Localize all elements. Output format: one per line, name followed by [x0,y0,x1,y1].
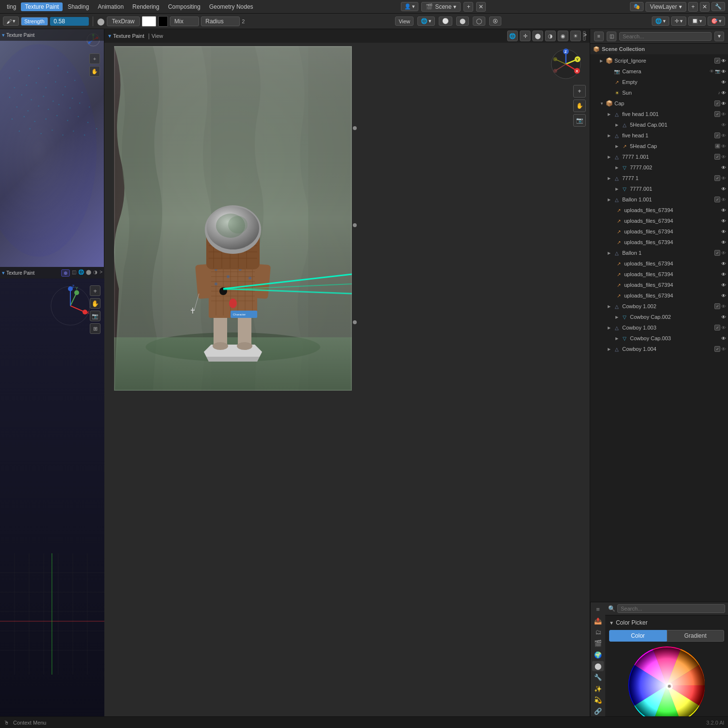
outliner-search-input[interactable] [619,32,711,41]
prop-physics-icon[interactable]: 💫 [592,695,604,705]
cap-check[interactable]: ✓ [714,100,720,106]
bl-panel-icon[interactable]: ◫ [72,269,76,277]
outliner-item-7777-001[interactable]: ▶ ▽ 7777.001 👁 [590,183,728,194]
outliner-item-b1-uploads-2[interactable]: ↗ uploads_files_67394 👁 [590,269,728,280]
menu-item-texture-paint[interactable]: Texture Paint [21,2,63,11]
cap-eye[interactable]: 👁 [721,101,726,106]
outliner-item-7777-1001[interactable]: ▶ △ 7777 1.001 ✓ 👁 [590,151,728,162]
vp-collapse-btn[interactable]: > [583,31,586,41]
mode-btn[interactable]: 🖌 ▾ [3,17,19,26]
topleft-header-icon[interactable]: ▾ [2,32,5,38]
cowboy-1002-check[interactable]: ✓ [714,303,720,309]
b1-uploads-2-eye[interactable]: 👁 [721,272,726,277]
gradient-tab[interactable]: Gradient [667,630,725,642]
prop-particles-icon[interactable]: ✨ [592,684,604,694]
script-ignore-check[interactable]: ✓ [714,58,720,64]
outliner-item-b1-uploads-1[interactable]: ↗ uploads_files_67394 👁 [590,258,728,269]
cowboy-1003-eye[interactable]: 👁 [721,325,726,331]
view-layer-settings-btn[interactable]: ✕ [700,2,710,12]
gizmo-btn[interactable]: ✛ ▾ [671,17,686,26]
user-preferences-btn[interactable]: 👤 ▾ [401,2,418,11]
b1-uploads-1-eye[interactable]: 👁 [721,261,726,266]
prop-view-layer-icon[interactable]: 🗂 [592,627,604,637]
fivehead-1001-eye[interactable]: 👁 [721,112,726,117]
vp-overlay-btn[interactable]: 🌐 [507,31,518,41]
shading-render-btn[interactable]: ⦿ [489,17,501,26]
outliner-item-cowboycap-003[interactable]: ▶ ▽ Cowboy Cap.003 👁 [590,333,728,344]
color-wheel[interactable] [628,646,706,724]
view-layer-selector[interactable]: ViewLayer ▾ [645,2,686,12]
menu-item-compositing[interactable]: Compositing [164,2,204,11]
outliner-item-b1-uploads-3[interactable]: ↗ uploads_files_67394 👁 [590,280,728,290]
viewport-topleft[interactable]: + ✋ ▾ Texture Paint [0,29,104,267]
uploads-4-eye[interactable]: 👁 [721,240,726,245]
b1-uploads-3-eye[interactable]: 👁 [721,282,726,288]
5headcap001-eye[interactable]: 👁 [721,122,726,128]
7777-1-eye[interactable]: 👁 [721,176,726,181]
bl-camera-btn[interactable]: 📷 [90,311,100,321]
outliner-item-uploads-4[interactable]: ↗ uploads_files_67394 👁 [590,237,728,248]
zoom-plus-btn[interactable]: + [89,53,100,64]
5headcap-eye[interactable]: 👁 [721,144,726,149]
vp-shading-eevee-btn[interactable]: ☀ [570,31,581,41]
outliner-item-cap[interactable]: ▼ 📦 Cap ✓ 👁 [590,98,728,109]
outliner-item-sun[interactable]: ☀ Sun ♪ 👁 [590,87,728,98]
outliner-display-btn[interactable]: ◫ [607,32,616,41]
bl-grid-btn[interactable]: ⊞ [90,323,100,334]
outliner-item-script-ignore[interactable]: ▶ 📦 Script_Ignore ✓ 👁 [590,55,728,66]
outliner-item-ballon-1001[interactable]: ▶ △ Ballon 1.001 ✓ 👁 [590,194,728,205]
color-tab[interactable]: Color [609,630,667,642]
color-picker-collapse-icon[interactable]: ▼ [609,620,614,626]
vp-shading-rendered-btn[interactable]: ◉ [558,31,568,41]
color-swatch-black[interactable] [158,16,168,27]
shading-btn[interactable]: ⚪ [439,17,452,26]
ballon-1-eye[interactable]: 👁 [721,250,726,256]
7777-1-check[interactable]: ✓ [714,175,720,181]
vp-gizmo-btn[interactable]: ✛ [520,31,530,41]
proportional-btn[interactable]: 🎯 ▾ [708,17,725,26]
sun-music-icon[interactable]: ♪ [718,90,721,95]
b1-uploads-4-eye[interactable]: 👁 [721,293,726,298]
filter-btn[interactable]: 🔧 [711,2,725,11]
hand-pan-btn[interactable]: ✋ [89,66,100,77]
prop-render-icon[interactable]: ≡ [592,604,604,614]
prop-modifier-icon[interactable]: 🔧 [592,672,604,682]
sun-eye[interactable]: 👁 [721,90,726,96]
cowboy-1003-check[interactable]: ✓ [714,325,720,331]
texdraw-btn[interactable]: TexDraw [107,17,140,26]
camera-eye[interactable]: 👁 [721,69,726,74]
view-menu-btn[interactable]: View [151,33,163,39]
fivehead-1-check[interactable]: ✓ [714,132,720,138]
scene-selector[interactable]: 🎬 Scene ▾ [421,2,461,12]
outliner-item-fivehead-1001[interactable]: ▶ △ five head 1.001 ✓ 👁 [590,109,728,119]
scene-add-btn[interactable]: + [463,2,473,12]
prop-constraints-icon[interactable]: 🔗 [592,706,604,716]
bl-overlay-icon[interactable]: ⬤ [86,269,91,277]
7777-002-eye[interactable]: 👁 [721,165,726,170]
bottomleft-header-icon[interactable]: ▾ [2,270,5,276]
color-swatch-white[interactable] [142,16,156,27]
menu-item-geometry-nodes[interactable]: Geometry Nodes [205,2,257,11]
strength-field[interactable]: 0.58 [50,17,89,26]
menu-item-animation[interactable]: Animation [94,2,127,11]
outliner-item-5headcap001[interactable]: ▶ △ 5Head Cap.001 👁 [590,119,728,130]
camera-render-icon[interactable]: 📷 [715,69,720,74]
7777-1001-eye[interactable]: 👁 [721,154,726,160]
viewport-overlay-btn[interactable]: 🌐 ▾ [417,17,435,26]
outliner-filter-btn[interactable]: ≡ [594,32,604,41]
empty-eye[interactable]: 👁 [721,80,726,85]
uploads-1-eye[interactable]: 👁 [721,208,726,213]
prop-output-icon[interactable]: 📤 [592,615,604,626]
bl-expand-icon[interactable]: > [99,269,102,277]
bl-hand-btn[interactable]: ✋ [90,298,100,309]
uploads-3-eye[interactable]: 👁 [721,229,726,234]
bl-shading-icon[interactable]: ◑ [93,269,98,277]
properties-search-input[interactable] [617,604,725,613]
ballon-1-check[interactable]: ✓ [714,250,720,256]
view-layer-add-btn[interactable]: + [688,2,698,12]
menu-item-rendering[interactable]: Rendering [129,2,163,11]
bl-gizmo-icon[interactable]: 🌐 [78,269,84,277]
vp-shading-solid-btn[interactable]: ⬤ [532,31,543,41]
cowboy-1002-eye[interactable]: 👁 [721,304,726,309]
cowboy-1004-eye[interactable]: 👁 [721,347,726,352]
